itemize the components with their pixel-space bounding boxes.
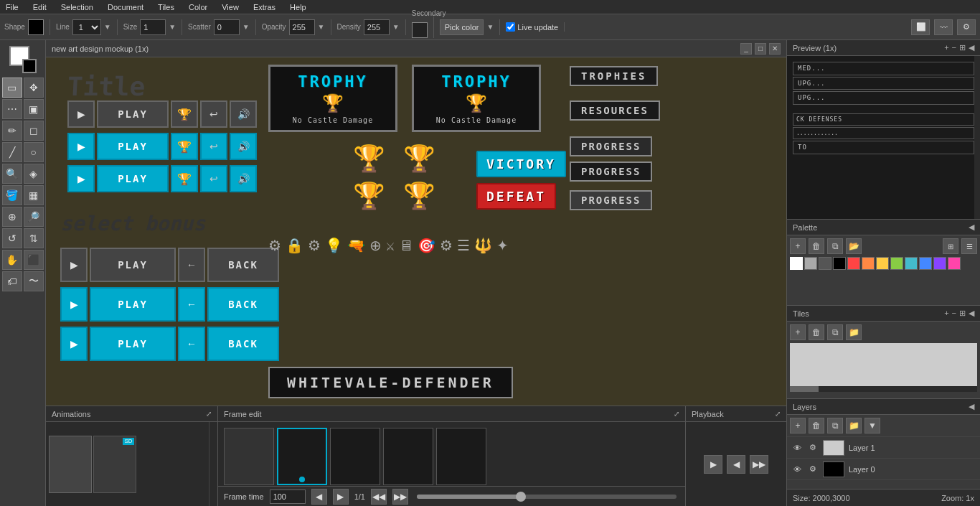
animations-expand-btn[interactable]: ⤢ <box>206 410 212 418</box>
play-label-dark1[interactable]: PLAY <box>97 100 169 128</box>
select-rect-tool[interactable]: ▭ <box>2 78 22 98</box>
pal-purple[interactable] <box>933 257 946 270</box>
preview-collapse-btn[interactable]: ◀ <box>969 43 974 52</box>
wave2-tool[interactable]: 〜 <box>24 271 44 291</box>
play-icon-cyan2[interactable]: ▶ <box>67 165 95 192</box>
icon-11[interactable]: ☰ <box>457 237 470 254</box>
trophy-icon-cyan1[interactable]: 🏆 <box>171 133 198 160</box>
canvas-content[interactable]: Title ▶ PLAY 🏆 ↩ 🔊 ▶ PLAY 🏆 <box>46 57 786 406</box>
paint-bucket-tool[interactable]: 🪣 <box>2 185 22 205</box>
oval-tool[interactable]: ○ <box>24 142 44 162</box>
animations-body[interactable]: SD <box>46 422 217 506</box>
layer-0-eye-icon[interactable]: 👁 <box>791 464 803 475</box>
line-select[interactable]: 123 <box>72 19 101 35</box>
menu-extras[interactable]: Extras <box>250 3 278 11</box>
frame-prev-btn[interactable]: ◀ <box>311 489 327 505</box>
play-label-cyan2[interactable]: PLAY <box>97 165 169 192</box>
pal-cyan[interactable] <box>905 257 918 270</box>
tiles-add-btn[interactable]: + <box>790 324 806 340</box>
animations-scrollbar[interactable] <box>209 422 217 506</box>
preview-vscroll[interactable] <box>974 56 980 219</box>
wave-btn[interactable]: 〰 <box>934 19 953 35</box>
play-icon-dark1[interactable]: ▶ <box>67 100 95 128</box>
settings-btn[interactable]: ⚙ <box>957 19 976 35</box>
playback-rewind-btn[interactable]: ◀ <box>727 455 745 474</box>
secondary-color-box[interactable] <box>412 22 428 38</box>
preview-zoom-in-btn[interactable]: + <box>944 43 948 52</box>
pb-arrow-cyan1[interactable]: ← <box>178 287 205 322</box>
tiles-scroll-area[interactable] <box>790 343 977 386</box>
frame-thumb-selected[interactable] <box>277 428 327 485</box>
trophy-icon-cyan2[interactable]: 🏆 <box>171 165 198 192</box>
frame-forward-btn[interactable]: ▶▶ <box>392 489 408 505</box>
pick-color-btn[interactable]: Pick color <box>440 19 484 35</box>
tile-tool[interactable]: ⬛ <box>24 250 44 270</box>
icon-12[interactable]: 🔱 <box>474 237 492 254</box>
palette-import-btn[interactable]: 📂 <box>846 238 862 254</box>
palette-collapse-btn[interactable]: ◀ <box>969 222 974 232</box>
tiles-grid-btn[interactable]: ⊞ <box>959 309 966 318</box>
pb-play-label-cyan1[interactable]: PLAY <box>90 287 176 322</box>
icon-8[interactable]: 🖥 <box>399 238 413 254</box>
palette-delete-btn[interactable]: 🗑 <box>809 238 824 254</box>
layer-0-gear-icon[interactable]: ⚙ <box>807 464 819 475</box>
menu-selection[interactable]: Selection <box>58 3 96 11</box>
shape-selector[interactable] <box>28 19 44 35</box>
pan-tool[interactable]: 🔎 <box>24 207 44 227</box>
pb-back-label-cyan1[interactable]: BACK <box>207 287 279 322</box>
playback-forward-btn[interactable]: ▶▶ <box>750 455 768 474</box>
tiles-delete-btn[interactable]: 🗑 <box>809 324 824 340</box>
pal-orange[interactable] <box>862 257 875 270</box>
icon-9[interactable]: 🎯 <box>418 237 435 254</box>
menu-color[interactable]: Color <box>186 3 210 11</box>
frame-thumb-4[interactable] <box>436 428 486 485</box>
play-icon-cyan1[interactable]: ▶ <box>67 133 95 160</box>
frame-edit-expand-btn[interactable]: ⤢ <box>674 410 679 418</box>
tiles-hscrollbar[interactable] <box>790 386 977 392</box>
menu-edit[interactable]: Edit <box>30 3 50 11</box>
magic-wand-tool[interactable]: ⋯ <box>2 99 22 119</box>
tiles-zoom-out-btn[interactable]: − <box>952 309 956 318</box>
icon-3[interactable]: ⚙ <box>308 237 321 254</box>
menu-tiles[interactable]: Tiles <box>155 3 177 11</box>
frame-thumb-3[interactable] <box>383 428 433 485</box>
pb-arrow-cyan2[interactable]: ← <box>178 327 205 361</box>
pal-blue[interactable] <box>919 257 932 270</box>
icon-6[interactable]: ⊕ <box>369 237 382 254</box>
fill-tool[interactable]: ◈ <box>24 164 44 184</box>
icon-1[interactable]: ⚙ <box>268 237 281 254</box>
playback-play-btn[interactable]: ▶ <box>704 455 722 474</box>
palette-list-view-btn[interactable]: ☰ <box>961 238 977 254</box>
volume-icon-cyan1[interactable]: 🔊 <box>230 133 257 160</box>
frame-scrubber-thumb[interactable] <box>516 492 526 502</box>
eyedropper-tool[interactable]: 🔍 <box>2 164 22 184</box>
pb-back-label-cyan2[interactable]: BACK <box>207 327 279 361</box>
layers-delete-btn[interactable]: 🗑 <box>809 418 824 434</box>
anim-frame-1[interactable] <box>49 436 92 493</box>
canvas-minimize-btn[interactable]: _ <box>740 43 752 55</box>
layers-move-down-btn[interactable]: ▼ <box>864 418 880 434</box>
tiles-folder-btn[interactable]: 📁 <box>846 324 862 340</box>
trophy-icon-dark1[interactable]: 🏆 <box>171 100 198 128</box>
menu-file[interactable]: File <box>3 3 22 11</box>
volume-icon-cyan2[interactable]: 🔊 <box>230 165 257 192</box>
anim-frame-2[interactable]: SD <box>93 436 136 493</box>
layers-folder-btn[interactable]: 📁 <box>846 418 862 434</box>
frame-thumb-1[interactable] <box>224 428 274 485</box>
background-color[interactable] <box>22 59 37 73</box>
preview-zoom-out-btn[interactable]: − <box>952 43 956 52</box>
zoom-tool[interactable]: ⊕ <box>2 207 22 227</box>
volume-icon-dark1[interactable]: 🔊 <box>230 100 257 128</box>
hand-tool[interactable]: ✋ <box>2 250 22 270</box>
canvas-maximize-btn[interactable]: □ <box>755 43 766 55</box>
layers-collapse-btn[interactable]: ◀ <box>969 402 974 411</box>
pal-green[interactable] <box>890 257 903 270</box>
layer-1-gear-icon[interactable]: ⚙ <box>807 442 819 454</box>
layer-row-1[interactable]: 👁 ⚙ Layer 1 <box>787 437 980 459</box>
tiles-collapse-btn[interactable]: ◀ <box>969 309 974 318</box>
layers-add-btn[interactable]: + <box>790 418 806 434</box>
live-update-label[interactable]: Live update <box>506 22 558 32</box>
play-label-cyan1[interactable]: PLAY <box>97 133 169 160</box>
preview-body[interactable]: MED... UPG... UPG... CK DEFENSES .......… <box>787 56 980 219</box>
icon-5[interactable]: 🔫 <box>347 237 365 254</box>
